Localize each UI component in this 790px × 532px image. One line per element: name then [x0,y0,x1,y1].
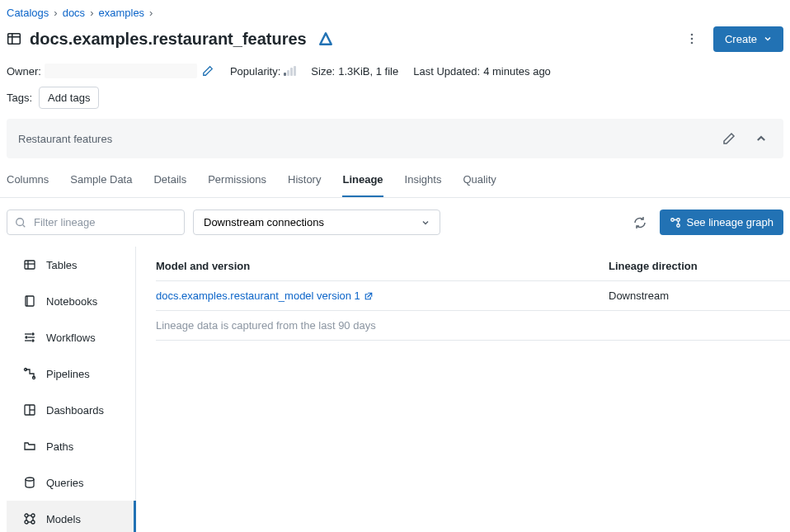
sidebar-item-tables[interactable]: Tables [7,247,135,283]
graph-button-label: See lineage graph [686,216,774,228]
sidebar-item-label: Notebooks [46,295,97,308]
svg-point-29 [31,514,35,517]
breadcrumb-separator: › [90,7,93,19]
chevron-up-icon [755,133,767,144]
search-wrap [7,210,185,235]
direction-value: Downstream [609,290,790,302]
tab-sample-data[interactable]: Sample Data [70,165,132,197]
model-name: docs.examples.restaurant_model version 1 [156,290,360,302]
filter-row: Downstream connections See lineage graph [0,198,790,247]
delta-icon [318,31,333,46]
breadcrumb-catalogs[interactable]: Catalogs [7,7,49,19]
col-header-direction: Lineage direction [609,260,790,272]
sidebar-item-paths[interactable]: Paths [7,428,135,464]
sidebar-item-workflows[interactable]: Workflows [7,319,135,355]
size-label: Size: [311,65,335,78]
popularity-bars-icon [284,66,296,76]
table-header: Model and version Lineage direction [156,247,790,281]
see-lineage-graph-button[interactable]: See lineage graph [660,210,783,235]
title-row: docs.examples.restaurant_features Create [0,22,790,55]
popularity-item: Popularity: [230,65,296,78]
tags-label: Tags: [7,92,32,104]
notebook-icon [23,294,36,308]
sidebar-item-label: Models [46,513,81,525]
breadcrumb-examples[interactable]: examples [98,7,144,19]
breadcrumb: Catalogs › docs › examples › [0,0,790,22]
sidebar-item-models[interactable]: Models [7,501,136,532]
tab-permissions[interactable]: Permissions [208,165,266,197]
pencil-icon [722,132,736,145]
connections-dropdown[interactable]: Downstream connections [193,210,440,235]
chevron-down-icon [421,219,430,227]
dropdown-value: Downstream connections [204,216,324,228]
sidebar-item-pipelines[interactable]: Pipelines [7,355,135,392]
sidebar-item-notebooks[interactable]: Notebooks [7,283,135,319]
sidebar-item-label: Dashboards [46,404,104,417]
updated-value: 4 minutes ago [483,65,551,78]
sidebar-item-label: Queries [46,477,84,489]
svg-rect-11 [25,261,35,269]
svg-point-27 [26,478,34,481]
svg-point-3 [691,34,694,36]
breadcrumb-docs[interactable]: docs [63,7,85,19]
tab-lineage[interactable]: Lineage [342,165,383,197]
svg-rect-0 [8,34,21,44]
svg-point-30 [25,520,28,524]
workflow-icon [23,331,36,344]
tab-quality[interactable]: Quality [463,165,496,197]
more-actions-button[interactable] [679,26,705,52]
page-title: docs.examples.restaurant_features [30,30,307,49]
svg-line-7 [23,224,26,227]
table-icon [7,31,21,46]
model-link[interactable]: docs.examples.restaurant_model version 1 [156,290,374,302]
pencil-icon [202,65,214,77]
tab-insights[interactable]: Insights [405,165,442,197]
breadcrumb-separator: › [54,7,57,19]
svg-point-4 [691,38,694,40]
tab-history[interactable]: History [288,165,321,197]
breadcrumb-separator: › [149,7,153,19]
svg-point-28 [25,514,28,517]
svg-point-31 [31,520,35,524]
main-table-area: Model and version Lineage direction docs… [136,247,790,532]
updated-label: Last Updated: [413,65,480,78]
table-footer: Lineage data is captured from the last 9… [156,311,790,341]
sidebar-item-label: Workflows [46,332,96,344]
create-button-label: Create [725,33,757,45]
sidebar-item-dashboards[interactable]: Dashboards [7,392,135,428]
tab-columns[interactable]: Columns [7,165,49,197]
meta-row: Owner: Popularity: Size: 1.3KiB, 1 file … [0,55,790,83]
table-icon [23,258,36,271]
updated-item: Last Updated: 4 minutes ago [413,65,551,78]
owner-item: Owner: [7,64,215,78]
pipeline-icon [23,367,36,380]
edit-owner-button[interactable] [200,64,215,78]
graph-icon [670,217,681,228]
tabs: Columns Sample Data Details Permissions … [0,165,790,198]
edit-comment-button[interactable] [717,127,741,150]
collapse-comment-button[interactable] [750,128,772,149]
svg-point-6 [16,218,24,225]
owner-value-redacted [45,64,197,78]
svg-point-19 [32,333,34,335]
sidebar: Tables Notebooks Workflows Pipelines [7,247,136,532]
svg-point-10 [677,224,680,227]
tab-details[interactable]: Details [153,165,186,197]
svg-point-20 [26,337,27,338]
comment-block: Restaurant features [7,119,783,158]
query-icon [23,476,36,489]
svg-point-21 [32,340,34,341]
popularity-label: Popularity: [230,65,280,78]
filter-lineage-input[interactable] [7,210,185,235]
chevron-down-icon [764,35,772,43]
content-row: Tables Notebooks Workflows Pipelines [0,247,790,532]
refresh-button[interactable] [628,211,651,234]
sidebar-item-label: Tables [46,259,78,271]
create-button[interactable]: Create [713,26,783,52]
dashboard-icon [23,403,36,417]
sidebar-item-queries[interactable]: Queries [7,464,135,501]
search-icon [15,217,26,228]
add-tags-button[interactable]: Add tags [39,87,99,109]
owner-label: Owner: [7,65,41,78]
svg-point-5 [691,42,694,45]
